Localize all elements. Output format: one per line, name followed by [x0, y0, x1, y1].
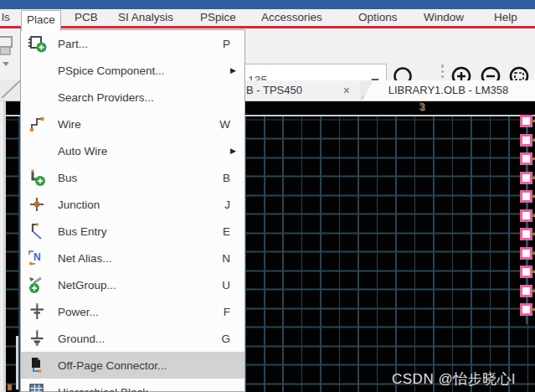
pin-stub [532, 271, 535, 273]
bus-entry-icon [27, 221, 49, 241]
menu-item-label: Net Alias... [58, 252, 112, 265]
selection-handle[interactable] [520, 172, 532, 184]
selection-handle[interactable] [520, 247, 532, 260]
close-icon[interactable]: × [343, 80, 350, 101]
menu-item-net-alias[interactable]: N Net Alias... N [21, 245, 244, 271]
power-icon [27, 302, 49, 322]
menu-item-shortcut: E [223, 225, 238, 238]
print-icon[interactable] [0, 35, 15, 69]
menu-item-part[interactable]: Part... P [21, 30, 244, 57]
menu-item-bus[interactable]: Bus B [21, 164, 244, 191]
menu-item-label: Auto Wire [58, 145, 107, 157]
wire-icon [27, 114, 49, 134]
pin-stub [532, 177, 535, 179]
menubar-item-pspice[interactable]: PSpice [200, 9, 236, 26]
border-column-label: 3 [419, 101, 425, 113]
pin-stub [532, 252, 535, 255]
page-border-left [3, 101, 6, 392]
menu-item-shortcut: N [222, 252, 238, 265]
pin-stub [532, 290, 535, 292]
submenu-arrow-icon: ▶ [230, 66, 238, 75]
pin-stub [532, 214, 535, 217]
menu-item-label: Bus Entry [58, 225, 107, 238]
menu-item-label: Wire [58, 118, 81, 131]
no-icon [27, 141, 49, 161]
menu-item-shortcut: U [222, 279, 238, 291]
menu-item-shortcut: G [221, 333, 238, 345]
menu-item-shortcut: J [224, 199, 238, 211]
menu-item-hierarchical-block[interactable]: Hierarchical Block... [21, 379, 244, 392]
menubar-item-tools[interactable]: ls [2, 9, 10, 26]
pin-stub [532, 308, 535, 311]
pin-stub [532, 157, 535, 160]
netgroup-icon [27, 275, 49, 295]
page-border-segment [16, 336, 18, 389]
menu-item-power[interactable]: Power... F [21, 298, 244, 325]
menu-item-shortcut: W [219, 118, 238, 131]
selection-handle[interactable] [520, 266, 532, 278]
selection-handle[interactable] [520, 228, 532, 240]
menu-item-label: Junction [58, 199, 100, 211]
tab-tps450[interactable]: B - TPS450 × [233, 80, 360, 101]
svg-text:N: N [33, 251, 41, 263]
pin-stub [532, 120, 535, 122]
menubar-item-accessories[interactable]: Accessories [261, 9, 322, 26]
menu-item-ground[interactable]: Ground... G [21, 325, 244, 352]
menu-item-label: Power... [58, 306, 99, 318]
pin-stub [532, 195, 535, 198]
menu-item-netgroup[interactable]: NetGroup... U [21, 271, 244, 298]
menubar-item-window[interactable]: Window [424, 9, 464, 26]
junction-icon [27, 194, 49, 214]
selection-handle[interactable] [520, 134, 532, 147]
menu-item-pspice-component[interactable]: PSpice Component... ▶ [21, 57, 244, 84]
selection-handle[interactable] [520, 190, 532, 203]
menu-item-search-providers[interactable]: Search Providers... [21, 84, 244, 111]
selection-handle[interactable] [520, 209, 532, 222]
menu-item-label: PSpice Component... [58, 64, 165, 77]
menubar-item-pcb[interactable]: PCB [75, 9, 98, 26]
pin-stub [532, 139, 535, 142]
menu-item-label: Part... [58, 38, 88, 50]
menu-item-label: Off-Page Connector... [58, 359, 167, 372]
selection-handle[interactable] [520, 115, 532, 127]
bus-icon [27, 168, 49, 188]
menu-item-auto-wire[interactable]: Auto Wire ▶ [21, 137, 244, 164]
annotation-underline [0, 26, 21, 28]
place-menu-popup: Part... P PSpice Component... ▶ Search P… [20, 29, 245, 392]
selection-handle[interactable] [520, 152, 532, 165]
menu-item-shortcut: P [223, 38, 238, 50]
menu-item-label: Search Providers... [58, 91, 154, 104]
menu-item-label: Hierarchical Block... [58, 386, 157, 392]
annotation-underline [61, 26, 535, 28]
title-bar [0, 0, 535, 9]
menu-item-label: Bus [58, 172, 77, 184]
menu-item-wire[interactable]: Wire W [21, 111, 244, 137]
menubar-item-si-analysis[interactable]: SI Analysis [118, 9, 173, 26]
menu-bar: ls PCB SI Analysis PSpice Accessories Op… [0, 9, 535, 26]
ground-icon [27, 328, 49, 348]
watermark: CSDN @怡步晓心l [392, 369, 515, 389]
menu-item-shortcut: B [223, 172, 238, 184]
menu-item-label: Ground... [58, 333, 105, 345]
hierarchical-block-icon [27, 382, 49, 392]
menu-item-label: NetGroup... [58, 279, 116, 291]
offpage-icon [27, 355, 49, 375]
net-alias-icon: N [27, 248, 49, 268]
menu-item-off-page-connector[interactable]: Off-Page Connector... [21, 352, 244, 379]
menubar-item-options[interactable]: Options [358, 9, 398, 26]
selection-handle[interactable] [520, 303, 532, 316]
menubar-item-help[interactable]: Help [494, 9, 517, 26]
tab-library1-lm358[interactable]: LIBRARY1.OLB - LM358 [362, 80, 535, 101]
menu-item-bus-entry[interactable]: Bus Entry E [21, 218, 244, 245]
selection-handle[interactable] [520, 285, 532, 297]
menu-item-junction[interactable]: Junction J [21, 191, 244, 218]
menubar-item-place[interactable]: Place [21, 10, 61, 31]
menu-item-shortcut: F [224, 306, 238, 318]
no-icon [27, 60, 49, 80]
no-icon [27, 87, 49, 107]
schematic-glyph [8, 384, 12, 390]
app-window: ls PCB SI Analysis PSpice Accessories Op… [0, 0, 535, 392]
pin-stub [532, 233, 535, 235]
tab-label: B - TPS450 [246, 80, 302, 101]
submenu-arrow-icon: ▶ [230, 147, 238, 155]
